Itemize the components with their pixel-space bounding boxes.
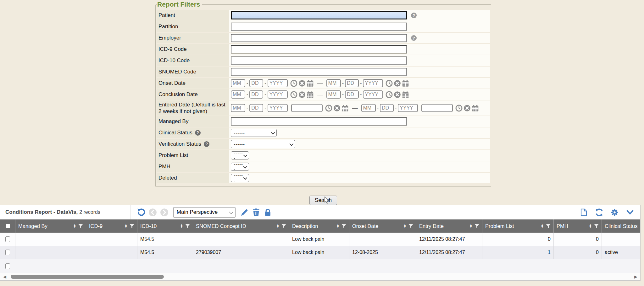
- icd10-input[interactable]: [231, 57, 407, 65]
- footer-checkbox[interactable]: [5, 263, 10, 269]
- calendar-icon[interactable]: [402, 91, 409, 98]
- sort-icon[interactable]: ▲▼: [541, 224, 544, 228]
- column-header-entry-date[interactable]: Entry Date ▲▼: [416, 219, 482, 233]
- year-input[interactable]: [268, 90, 288, 99]
- column-header-managed-by[interactable]: Managed By ▲▼: [15, 219, 86, 233]
- help-icon[interactable]: ?: [411, 13, 417, 18]
- new-document-icon[interactable]: [580, 208, 588, 217]
- month-input[interactable]: [361, 104, 376, 112]
- sort-icon[interactable]: ▲▼: [125, 224, 127, 228]
- month-input[interactable]: [326, 90, 341, 99]
- filter-funnel-icon[interactable]: [546, 224, 551, 229]
- row-checkbox[interactable]: [5, 250, 10, 255]
- calendar-icon[interactable]: [307, 91, 314, 98]
- problem-list-select[interactable]: ------: [231, 151, 249, 159]
- month-input[interactable]: [231, 79, 245, 87]
- column-header-clinical-status[interactable]: Clinical Status: [602, 219, 640, 233]
- sort-icon[interactable]: ▲▼: [403, 224, 406, 228]
- collapse-chevron-icon[interactable]: [626, 208, 634, 217]
- calendar-icon[interactable]: [402, 80, 409, 87]
- year-input[interactable]: [363, 79, 383, 87]
- perspective-select[interactable]: Main Perspective: [173, 207, 236, 218]
- year-input[interactable]: [268, 79, 288, 87]
- sort-icon[interactable]: ▲▼: [180, 224, 183, 228]
- day-input[interactable]: [249, 90, 263, 99]
- snomed-input[interactable]: [231, 68, 407, 76]
- day-input[interactable]: [345, 90, 359, 99]
- day-input[interactable]: [380, 104, 394, 112]
- clear-icon[interactable]: [394, 80, 401, 87]
- clear-icon[interactable]: [298, 91, 306, 98]
- year-input[interactable]: [398, 104, 418, 112]
- clock-icon[interactable]: [290, 80, 297, 87]
- filter-funnel-icon[interactable]: [408, 224, 413, 229]
- row-checkbox[interactable]: [5, 236, 10, 242]
- verification-status-select[interactable]: ------: [231, 140, 295, 148]
- sort-icon[interactable]: ▲▼: [336, 224, 339, 228]
- month-input[interactable]: [231, 90, 245, 99]
- filter-funnel-icon[interactable]: [594, 224, 599, 229]
- filter-funnel-icon[interactable]: [185, 224, 190, 229]
- pmh-select[interactable]: ------: [231, 163, 249, 171]
- lock-icon[interactable]: [264, 208, 272, 217]
- horizontal-scrollbar[interactable]: ◀ ▶: [0, 273, 640, 280]
- patient-input[interactable]: [231, 11, 407, 19]
- day-input[interactable]: [249, 79, 263, 87]
- month-input[interactable]: [326, 79, 341, 87]
- icd9-input[interactable]: [231, 45, 407, 53]
- sort-icon[interactable]: ▲▼: [589, 224, 592, 228]
- clinical-status-select[interactable]: ------: [231, 129, 277, 137]
- clock-icon[interactable]: [455, 105, 463, 112]
- column-header-snomed[interactable]: SNOMED Concept ID ▲▼: [193, 219, 289, 233]
- managed-by-input[interactable]: [231, 117, 407, 126]
- clock-icon[interactable]: [386, 91, 393, 98]
- help-icon[interactable]: ?: [411, 35, 417, 41]
- scrollbar-thumb[interactable]: [11, 275, 164, 279]
- help-icon[interactable]: ?: [204, 141, 209, 147]
- calendar-icon[interactable]: [307, 80, 314, 87]
- filter-funnel-icon[interactable]: [281, 224, 286, 229]
- column-header-onset-date[interactable]: Onset Date ▲▼: [349, 219, 416, 233]
- day-input[interactable]: [345, 79, 359, 87]
- column-header-icd9[interactable]: ICD-9 ▲▼: [86, 219, 137, 233]
- year-input[interactable]: [363, 90, 383, 99]
- column-header-problem-list[interactable]: Problem List ▲▼: [482, 219, 554, 233]
- month-input[interactable]: [231, 104, 245, 112]
- refresh-icon[interactable]: [595, 208, 603, 217]
- sort-icon[interactable]: ▲▼: [469, 224, 472, 228]
- select-all-checkbox[interactable]: [6, 224, 10, 228]
- sort-icon[interactable]: ▲▼: [276, 224, 279, 228]
- filter-funnel-icon[interactable]: [130, 224, 134, 229]
- year-input[interactable]: [268, 104, 288, 112]
- help-icon[interactable]: ?: [195, 130, 201, 136]
- column-header-icd10[interactable]: ICD-10 ▲▼: [137, 219, 193, 233]
- calendar-icon[interactable]: [341, 105, 349, 112]
- clock-icon[interactable]: [290, 91, 297, 98]
- undo-icon[interactable]: [137, 208, 145, 217]
- column-header-description[interactable]: Description ▲▼: [289, 219, 349, 233]
- clear-icon[interactable]: [298, 80, 306, 87]
- calendar-icon[interactable]: [472, 105, 479, 112]
- deleted-select[interactable]: ------: [231, 174, 249, 182]
- trash-icon[interactable]: [252, 208, 260, 217]
- next-perspective-icon[interactable]: [160, 208, 169, 217]
- previous-perspective-icon[interactable]: [148, 208, 157, 217]
- clear-icon[interactable]: [464, 105, 471, 112]
- column-header-pmh[interactable]: PMH ▲▼: [554, 219, 602, 233]
- entered-from-time-input[interactable]: [291, 104, 323, 112]
- edit-pencil-icon[interactable]: [240, 208, 249, 217]
- filter-funnel-icon[interactable]: [475, 224, 479, 229]
- clock-icon[interactable]: [325, 105, 332, 112]
- filter-funnel-icon[interactable]: [78, 224, 83, 229]
- employer-input[interactable]: [231, 34, 407, 42]
- entered-to-time-input[interactable]: [421, 104, 453, 112]
- clear-icon[interactable]: [333, 105, 341, 112]
- partition-input[interactable]: [231, 23, 407, 31]
- clock-icon[interactable]: [386, 80, 393, 87]
- clear-icon[interactable]: [394, 91, 401, 98]
- sort-icon[interactable]: ▲▼: [73, 224, 76, 228]
- scroll-left-arrow-icon[interactable]: ◀: [3, 274, 6, 279]
- day-input[interactable]: [249, 104, 263, 112]
- filter-funnel-icon[interactable]: [341, 224, 346, 229]
- scroll-right-arrow-icon[interactable]: ▶: [634, 274, 637, 279]
